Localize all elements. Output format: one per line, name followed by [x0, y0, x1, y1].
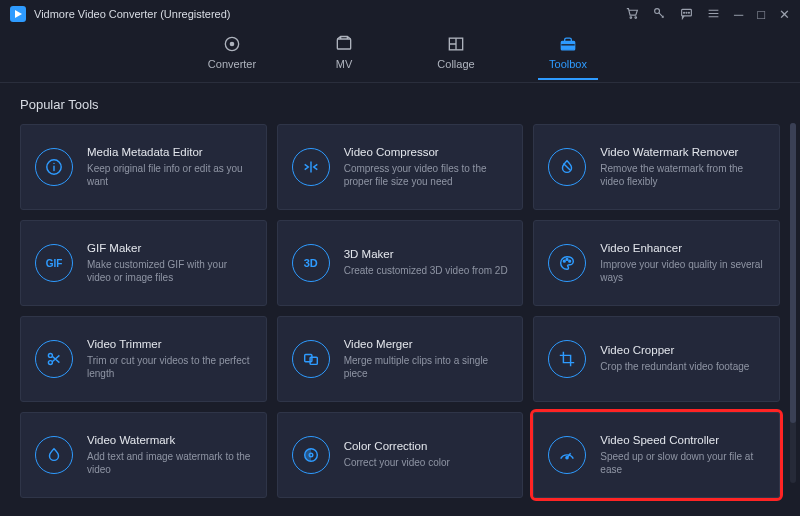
- tools-grid: Media Metadata Editor Keep original file…: [20, 124, 780, 498]
- svg-point-15: [566, 259, 568, 261]
- color-icon: [292, 436, 330, 474]
- tool-title: Video Cropper: [600, 344, 765, 356]
- tool-title: Video Watermark Remover: [600, 146, 765, 158]
- tool-title: GIF Maker: [87, 242, 252, 254]
- svg-rect-19: [304, 355, 311, 362]
- tool-desc: Compress your video files to the proper …: [344, 162, 509, 189]
- tool-title: Video Merger: [344, 338, 509, 350]
- tool-desc: Keep original file info or edit as you w…: [87, 162, 252, 189]
- main-nav: Converter MV Collage Toolbox: [0, 28, 800, 82]
- 3d-icon: 3D: [292, 244, 330, 282]
- tool-3d-maker[interactable]: 3D 3D Maker Create customized 3D video f…: [277, 220, 524, 306]
- tool-video-merger[interactable]: Video Merger Merge multiple clips into a…: [277, 316, 524, 402]
- speed-icon: [548, 436, 586, 474]
- tool-desc: Speed up or slow down your file at ease: [600, 450, 765, 477]
- tool-desc: Trim or cut your videos to the perfect l…: [87, 354, 252, 381]
- svg-point-16: [569, 260, 571, 262]
- app-logo: [10, 6, 26, 22]
- tool-title: Color Correction: [344, 440, 509, 452]
- svg-point-9: [230, 42, 233, 45]
- svg-point-6: [686, 12, 687, 13]
- tool-color-correction[interactable]: Color Correction Correct your video colo…: [277, 412, 524, 498]
- svg-point-2: [635, 16, 637, 18]
- drop-icon: [35, 436, 73, 474]
- tool-video-watermark-remover[interactable]: Video Watermark Remover Remove the water…: [533, 124, 780, 210]
- tool-desc: Crop the redundant video footage: [600, 360, 765, 374]
- tool-desc: Add text and image watermark to the vide…: [87, 450, 252, 477]
- crop-icon: [548, 340, 586, 378]
- tool-title: Video Compressor: [344, 146, 509, 158]
- tool-desc: Correct your video color: [344, 456, 509, 470]
- svg-rect-20: [310, 357, 317, 364]
- nav-label: Converter: [208, 58, 256, 70]
- svg-marker-0: [15, 10, 22, 18]
- nav-label: MV: [336, 58, 353, 70]
- tool-title: Video Watermark: [87, 434, 252, 446]
- svg-rect-12: [561, 42, 574, 50]
- scissors-icon: [35, 340, 73, 378]
- watermark-remove-icon: [548, 148, 586, 186]
- tool-title: Media Metadata Editor: [87, 146, 252, 158]
- compress-icon: [292, 148, 330, 186]
- tool-desc: Make customized GIF with your video or i…: [87, 258, 252, 285]
- tool-gif-maker[interactable]: GIF GIF Maker Make customized GIF with y…: [20, 220, 267, 306]
- tool-title: Video Speed Controller: [600, 434, 765, 446]
- svg-point-7: [688, 12, 689, 13]
- tool-title: 3D Maker: [344, 248, 509, 260]
- tool-title: Video Trimmer: [87, 338, 252, 350]
- close-button[interactable]: ✕: [779, 8, 790, 21]
- tool-video-speed-controller[interactable]: Video Speed Controller Speed up or slow …: [533, 412, 780, 498]
- app-title: Vidmore Video Converter (Unregistered): [34, 8, 230, 20]
- tool-video-compressor[interactable]: Video Compressor Compress your video fil…: [277, 124, 524, 210]
- cart-icon[interactable]: [626, 7, 639, 22]
- nav-converter[interactable]: Converter: [202, 34, 262, 80]
- palette-icon: [548, 244, 586, 282]
- svg-point-5: [683, 12, 684, 13]
- feedback-icon[interactable]: [680, 7, 693, 22]
- nav-toolbox[interactable]: Toolbox: [538, 34, 598, 80]
- gif-icon: GIF: [35, 244, 73, 282]
- nav-mv[interactable]: MV: [314, 34, 374, 80]
- nav-label: Toolbox: [549, 58, 587, 70]
- svg-rect-10: [337, 39, 350, 49]
- tool-desc: Merge multiple clips into a single piece: [344, 354, 509, 381]
- svg-point-14: [564, 260, 566, 262]
- svg-point-23: [566, 457, 568, 459]
- merge-icon: [292, 340, 330, 378]
- tool-desc: Create customized 3D video from 2D: [344, 264, 509, 278]
- tool-title: Video Enhancer: [600, 242, 765, 254]
- key-icon[interactable]: [653, 7, 666, 22]
- content-area: Popular Tools Media Metadata Editor Keep…: [0, 83, 800, 516]
- section-title: Popular Tools: [20, 97, 780, 112]
- nav-collage[interactable]: Collage: [426, 34, 486, 80]
- tool-desc: Improve your video quality in several wa…: [600, 258, 765, 285]
- info-icon: [35, 148, 73, 186]
- maximize-button[interactable]: □: [757, 8, 765, 21]
- tool-media-metadata-editor[interactable]: Media Metadata Editor Keep original file…: [20, 124, 267, 210]
- tool-video-trimmer[interactable]: Video Trimmer Trim or cut your videos to…: [20, 316, 267, 402]
- nav-label: Collage: [437, 58, 474, 70]
- tool-desc: Remove the watermark from the video flex…: [600, 162, 765, 189]
- tool-video-watermark[interactable]: Video Watermark Add text and image water…: [20, 412, 267, 498]
- tool-video-cropper[interactable]: Video Cropper Crop the redundant video f…: [533, 316, 780, 402]
- scrollbar-thumb[interactable]: [790, 123, 796, 423]
- menu-icon[interactable]: [707, 7, 720, 22]
- minimize-button[interactable]: ─: [734, 8, 743, 21]
- tool-video-enhancer[interactable]: Video Enhancer Improve your video qualit…: [533, 220, 780, 306]
- scrollbar[interactable]: [790, 123, 796, 483]
- svg-point-1: [630, 16, 632, 18]
- titlebar: Vidmore Video Converter (Unregistered) ─…: [0, 0, 800, 28]
